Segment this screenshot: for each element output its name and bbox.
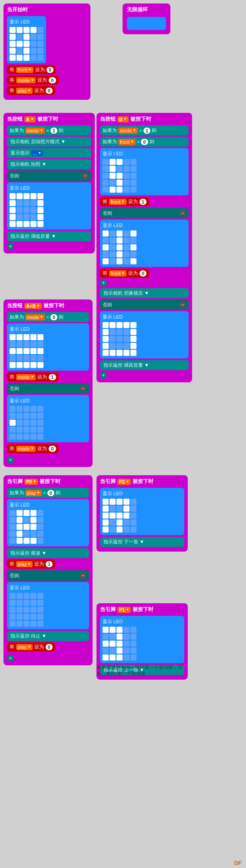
front-cond-b[interactable]: front — [118, 139, 136, 145]
p0-led-1: 显示 LED — [7, 499, 89, 546]
df-label: DF — [234, 860, 242, 866]
led-cell — [123, 322, 130, 328]
button-b-dropdown[interactable]: B — [117, 116, 129, 122]
led-cell — [17, 607, 23, 613]
led-cell — [123, 526, 130, 533]
led-cell — [17, 434, 23, 440]
button-a-dropdown[interactable]: A — [24, 116, 36, 122]
indicator-dropdown[interactable]: ... — [31, 150, 43, 156]
led-cell — [123, 634, 130, 640]
pin-p2-dropdown[interactable]: P2 — [117, 479, 131, 485]
led-cell — [23, 406, 30, 412]
led-cell — [37, 55, 43, 61]
mode-cond-dropdown[interactable]: mode — [25, 128, 45, 134]
play-cond-p0[interactable]: play — [25, 490, 42, 496]
led-cell — [23, 193, 30, 199]
minus-btn-p0[interactable]: − — [80, 572, 86, 579]
mode-set-0-ab[interactable]: mode — [16, 446, 36, 452]
led-cell — [30, 55, 37, 61]
pin-p1-dropdown[interactable]: P1 — [117, 607, 131, 613]
minus-btn-ab[interactable]: − — [80, 385, 86, 392]
cond-val-p0: 0 — [47, 490, 54, 496]
button-ab-dropdown[interactable]: A+B — [24, 303, 42, 309]
led-cell — [103, 526, 109, 533]
minus-btn-b1[interactable]: − — [179, 210, 186, 217]
hold-action-p0[interactable]: 指示返控 待止 ▼ — [7, 631, 89, 641]
camera-photo-label: 指示相机 启动照片模式 ▼ — [10, 138, 66, 145]
show-indicator-action[interactable]: 显示指示 ... — [7, 148, 91, 158]
led-cell — [10, 362, 16, 368]
ab-led-label1: 显示 LED — [10, 326, 86, 332]
p0-led-grid2 — [10, 593, 86, 627]
pin-p2-title: 当引脚 — [100, 478, 116, 485]
set-to2: 设为 — [34, 644, 44, 650]
b-led-grid3 — [103, 322, 186, 356]
else-label: 否则 — [10, 385, 19, 392]
play-dropdown[interactable]: play — [16, 88, 33, 94]
led-cell — [17, 48, 23, 54]
footnote: 如果通道为 true，执行第一个语句块，否则，执行 第二个语句块。 — [96, 664, 188, 677]
wave-action-p0[interactable]: 指示返控 摇波 ▼ — [7, 548, 89, 558]
plus-button-b2[interactable]: + — [100, 372, 107, 379]
play-set-p0[interactable]: play — [16, 561, 33, 567]
camera-switch-action[interactable]: 指示相机 切换镜后 ▼ — [100, 288, 189, 298]
plus-button-b1[interactable]: + — [100, 279, 107, 286]
front-set-dropdown[interactable]: front — [109, 199, 126, 205]
vol-up-action-b[interactable]: 指示返控 调高音量 ▼ — [100, 360, 189, 370]
set-label: 将 — [10, 561, 14, 567]
led-cell — [17, 531, 23, 537]
front-dropdown[interactable]: front — [16, 67, 33, 73]
led-cell — [37, 621, 43, 627]
set-label: 将 — [10, 374, 14, 380]
camera-photo-action[interactable]: 指示相机 启动照片模式 ▼ — [7, 137, 91, 147]
p2-led-grid — [103, 499, 182, 533]
front-set-0-dropdown[interactable]: front — [109, 270, 126, 276]
set-front-0: 将 front 设为 0 — [100, 269, 149, 278]
else-label: 否则 — [10, 572, 19, 579]
set-label: 将 — [10, 77, 14, 83]
led-cell — [123, 187, 130, 193]
plus-button-ab[interactable]: + — [7, 457, 14, 464]
led-cell — [10, 600, 16, 606]
led-cell — [123, 499, 130, 505]
pin-p0-dropdown[interactable]: P0 — [24, 479, 38, 485]
camera-shoot-action[interactable]: 指示相机 拍照 ▼ — [7, 159, 91, 169]
footnote-text: 如果通道为 true，执行第一个语句块，否则，执行 第二个语句块。 — [96, 664, 183, 676]
led-cell — [10, 48, 16, 54]
led-cell — [17, 341, 23, 347]
minus-btn-b2[interactable]: − — [179, 301, 186, 308]
mode-set-ab[interactable]: mode — [16, 374, 36, 380]
led-cell — [10, 193, 16, 199]
led-cell — [123, 654, 130, 661]
led-cell — [130, 173, 136, 179]
if-label2: 如果为 — [103, 138, 117, 145]
b-led-3: 显示 LED — [100, 311, 189, 358]
then-label-p0: 则 — [56, 490, 60, 496]
led-cell — [17, 406, 23, 412]
led-cell — [17, 362, 23, 368]
play-set-0-p0[interactable]: play — [16, 644, 33, 650]
led-cell — [110, 648, 116, 654]
plus-button-a[interactable]: + — [7, 243, 14, 250]
led-cell — [17, 34, 23, 40]
led-cell — [130, 648, 136, 654]
led-cell — [30, 538, 37, 544]
else-block-a: 否则 − — [7, 171, 91, 181]
then-label-ab: 则 — [59, 314, 63, 320]
mode-cond-b[interactable]: mode — [118, 128, 138, 134]
led-cell — [130, 641, 136, 647]
minus-button[interactable]: − — [82, 172, 89, 179]
mode-dropdown[interactable]: mode — [16, 77, 36, 83]
led-cell — [103, 641, 109, 647]
next-action-p2[interactable]: 指示返控 下一首 ▼ — [100, 537, 184, 547]
vol-down-action[interactable]: 指示返控 调低音量 ▼ — [7, 231, 91, 241]
if-block-b1: 如果为 mode = 1 则 — [100, 125, 189, 135]
led-cell — [116, 237, 123, 243]
led-cell — [130, 180, 136, 186]
led-cell — [17, 510, 23, 516]
led-cell — [10, 427, 16, 433]
mode-cond-ab[interactable]: mode — [25, 314, 45, 320]
then-label: 则 — [59, 127, 63, 134]
plus-button-p0[interactable]: + — [7, 655, 14, 662]
if-label: 如果为 — [10, 490, 24, 496]
